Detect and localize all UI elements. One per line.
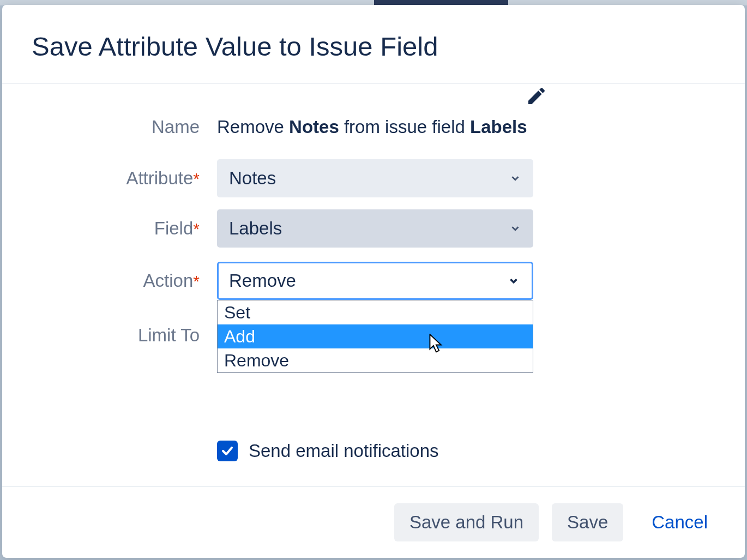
name-value: Remove Notes from issue field Labels <box>217 117 527 137</box>
field-select[interactable]: Labels <box>217 209 533 248</box>
action-select[interactable]: Remove <box>217 262 533 300</box>
row-field: Field* Labels <box>32 209 715 248</box>
name-prefix: Remove <box>217 117 289 137</box>
action-option-add[interactable]: Add <box>218 324 533 348</box>
name-bold2: Labels <box>470 117 527 137</box>
required-mark: * <box>193 170 200 188</box>
row-action: Action* Remove Set Add Remove <box>32 262 715 300</box>
cancel-button[interactable]: Cancel <box>636 503 723 541</box>
field-label: Field <box>154 218 194 238</box>
label-col: Action* <box>32 270 217 291</box>
attribute-label: Attribute <box>126 168 193 188</box>
value-col: Notes <box>217 159 533 197</box>
action-option-set[interactable]: Set <box>218 300 533 324</box>
pencil-icon[interactable] <box>526 85 547 107</box>
chevron-down-icon <box>508 275 520 287</box>
field-selected: Labels <box>229 218 282 239</box>
dialog-footer: Save and Run Save Cancel <box>2 486 745 558</box>
name-mid: from issue field <box>339 117 470 137</box>
value-col: Labels <box>217 209 533 248</box>
value-col: Remove Notes from issue field Labels <box>217 117 533 137</box>
limit-to-label: Limit To <box>138 325 200 345</box>
name-label: Name <box>152 117 200 137</box>
backdrop-tab <box>374 0 508 5</box>
row-attribute: Attribute* Notes <box>32 159 715 197</box>
dialog-header: Save Attribute Value to Issue Field <box>2 5 745 84</box>
attribute-selected: Notes <box>229 168 276 189</box>
action-dropdown: Set Add Remove <box>217 300 533 373</box>
save-attribute-dialog: Save Attribute Value to Issue Field Name… <box>2 5 745 558</box>
row-send-email: Send email notifications <box>217 441 715 461</box>
label-col: Name <box>32 117 217 137</box>
dialog-body: Name Remove Notes from issue field Label… <box>2 84 745 486</box>
row-name: Name Remove Notes from issue field Label… <box>32 117 715 137</box>
save-button[interactable]: Save <box>552 503 623 541</box>
attribute-select[interactable]: Notes <box>217 159 533 197</box>
name-bold1: Notes <box>289 117 339 137</box>
save-and-run-button[interactable]: Save and Run <box>394 503 539 541</box>
label-col: Limit To <box>32 314 217 346</box>
label-col: Attribute* <box>32 168 217 189</box>
send-email-checkbox[interactable] <box>217 441 238 461</box>
chevron-down-icon <box>509 172 521 184</box>
label-col: Field* <box>32 218 217 239</box>
send-email-label: Send email notifications <box>249 441 439 461</box>
value-col: Remove Set Add Remove <box>217 262 533 300</box>
action-option-remove[interactable]: Remove <box>218 348 533 372</box>
action-label: Action <box>143 270 194 291</box>
action-selected: Remove <box>229 270 296 291</box>
dialog-title: Save Attribute Value to Issue Field <box>32 31 715 62</box>
chevron-down-icon <box>509 222 521 234</box>
required-mark: * <box>193 272 200 290</box>
required-mark: * <box>193 220 200 238</box>
